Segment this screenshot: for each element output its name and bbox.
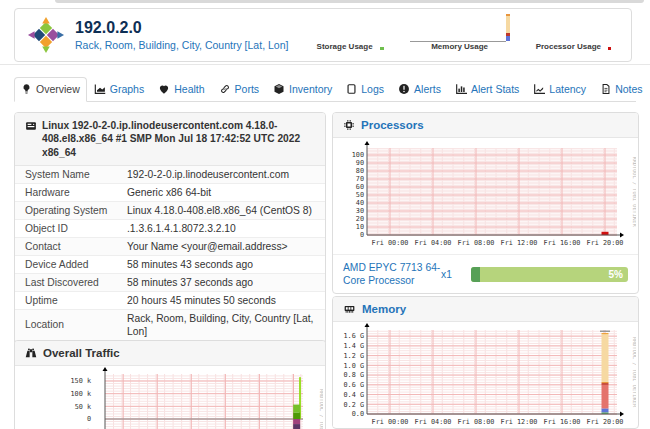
tab-label: Inventory (289, 83, 332, 95)
svg-text:0: 0 (360, 231, 364, 239)
row-value: 192-0-2-0.ip.linodeusercontent.com (127, 168, 315, 181)
processor-mini-graph[interactable]: Processor Usage (536, 42, 611, 51)
heart-icon (158, 84, 170, 95)
svg-text:Fri 12:00: Fri 12:00 (501, 418, 538, 426)
row-value: Generic x86 64-bit (127, 186, 315, 199)
svg-text:0.6 G: 0.6 G (344, 381, 364, 389)
svg-text:Fri 20:00: Fri 20:00 (587, 418, 624, 426)
cpu-name-link[interactable]: AMD EPYC 7713 64-Core Processor (343, 261, 441, 287)
table-row: Operating SystemLinux 4.18.0-408.el8.x86… (15, 201, 325, 219)
svg-text:1.4 G: 1.4 G (344, 342, 364, 350)
svg-text:0: 0 (87, 415, 91, 423)
table-row: Object ID.1.3.6.1.4.1.8072.3.2.10 (15, 219, 325, 237)
svg-text:0.8 G: 0.8 G (344, 371, 364, 379)
device-hostname-link[interactable]: 192.0.2.0 (75, 19, 288, 37)
tab-label: Ports (235, 83, 260, 95)
cpu-usage-value: 5% (609, 268, 623, 281)
row-value: 58 minutes 37 seconds ago (127, 276, 315, 289)
svg-text:60: 60 (356, 183, 364, 191)
table-row: Device Added58 minutes 43 seconds ago (15, 255, 325, 273)
device-identity: 192.0.2.0 Rack, Room, Building, City, Co… (75, 19, 288, 51)
memory-sparkline (410, 12, 510, 42)
row-label: Operating System (25, 204, 127, 217)
tab-graphs[interactable]: Graphs (87, 77, 151, 102)
tab-label: Health (174, 83, 204, 95)
row-label: System Name (25, 168, 127, 181)
tab-latency[interactable]: Latency (526, 77, 593, 102)
svg-text:80: 80 (356, 167, 364, 175)
device-location-link[interactable]: Rack, Room, Building, City, Country [Lat… (75, 39, 288, 51)
row-label: Last Discovered (25, 276, 127, 289)
cpu-row: AMD EPYC 7713 64-Core Processor x1 5% (333, 255, 638, 293)
microchip-icon (343, 119, 355, 131)
svg-text:Fri 04:00: Fri 04:00 (415, 239, 452, 247)
svg-text:RRDTOOL / TOBI OETIKER: RRDTOOL / TOBI OETIKER (632, 156, 636, 227)
tab-logs[interactable]: Logs (339, 77, 391, 102)
svg-text:30: 30 (356, 207, 364, 215)
storage-usage-label: Storage Usage (317, 42, 373, 51)
svg-text:RRDTOOL / TOBI OETIKER: RRDTOOL / TOBI OETIKER (319, 389, 323, 429)
svg-text:150 k: 150 k (71, 377, 91, 385)
cpu-usage-bar: 5% (471, 267, 628, 282)
processors-graph[interactable]: 0102030405060708090100Fri 00:00Fri 04:00… (333, 138, 638, 255)
device-info-header: Linux 192-0-2-0.ip.linodeusercontent.com… (15, 113, 325, 166)
tab-alerts[interactable]: Alerts (391, 77, 448, 102)
svg-text:Fri 16:00: Fri 16:00 (544, 418, 581, 426)
tab-notes[interactable]: Notes (593, 77, 649, 102)
binoculars-icon (25, 347, 37, 359)
cpu-count: x1 (441, 268, 471, 281)
memory-mini-graph[interactable]: Memory Usage (410, 12, 510, 51)
cube-icon (273, 83, 285, 95)
row-value: Your Name <your@email.address> (127, 240, 315, 253)
tab-ports[interactable]: Ports (212, 77, 267, 102)
row-label: Object ID (25, 222, 127, 235)
svg-text:40: 40 (356, 199, 364, 207)
memory-header: Memory (333, 297, 638, 322)
table-row: Last Discovered58 minutes 37 seconds ago (15, 273, 325, 291)
memory-graph[interactable]: 0.00.2 G0.4 G0.6 G0.8 G1.0 G1.2 G1.4 G1.… (333, 322, 638, 429)
tab-inventory[interactable]: Inventory (266, 77, 339, 102)
table-row: HardwareGeneric x86 64-bit (15, 183, 325, 201)
device-tab-bar: OverviewGraphsHealthPortsInventoryLogsAl… (14, 71, 636, 102)
memory-icon (343, 303, 356, 315)
svg-text:Fri 12:00: Fri 12:00 (501, 239, 538, 247)
svg-text:50: 50 (356, 191, 364, 199)
svg-text:Fri 00:00: Fri 00:00 (372, 239, 409, 247)
storage-mini-graph[interactable]: Storage Usage (317, 42, 384, 51)
device-header-card: 192.0.2.0 Rack, Room, Building, City, Co… (14, 8, 632, 62)
notes-icon (600, 83, 611, 95)
device-os-string: Linux 192-0-2-0.ip.linodeusercontent.com… (42, 119, 315, 159)
svg-text:100: 100 (352, 151, 364, 159)
memory-usage-label: Memory Usage (410, 42, 510, 51)
row-label: Uptime (25, 294, 127, 307)
server-icon (25, 120, 37, 159)
row-label: Device Added (25, 258, 127, 271)
row-label: Hardware (25, 186, 127, 199)
link-icon (219, 83, 231, 95)
tab-overview[interactable]: Overview (14, 77, 87, 102)
row-label: Location (25, 318, 127, 331)
logs-icon (346, 83, 357, 95)
svg-text:1.2 G: 1.2 G (344, 352, 364, 360)
svg-text:10: 10 (356, 223, 364, 231)
svg-text:90: 90 (356, 159, 364, 167)
processor-usage-label: Processor Usage (536, 42, 601, 51)
tab-label: Graphs (110, 83, 144, 95)
processors-panel: Processors 0102030405060708090100Fri 00:… (332, 112, 639, 294)
tab-health[interactable]: Health (151, 77, 211, 102)
overall-traffic-header: Overall Traffic (15, 341, 325, 366)
bar-chart-icon (455, 83, 467, 95)
tab-label: Notes (615, 83, 642, 95)
tab-alert-stats[interactable]: Alert Stats (448, 77, 526, 102)
processors-header: Processors (333, 113, 638, 138)
tab-label: Logs (361, 83, 384, 95)
tab-label: Alert Stats (471, 83, 519, 95)
top-divider (55, 0, 644, 3)
header-divider (0, 64, 650, 65)
svg-text:0.2 G: 0.2 G (344, 401, 364, 409)
svg-text:Fri 08:00: Fri 08:00 (458, 239, 495, 247)
tab-label: Latency (549, 83, 586, 95)
svg-text:Fri 00:00: Fri 00:00 (372, 418, 409, 426)
svg-text:Fri 08:00: Fri 08:00 (458, 418, 495, 426)
overall-traffic-graph[interactable]: 150 k100 k50 k0-50 kFri 00:00Fri 04:00Fr… (15, 366, 325, 429)
